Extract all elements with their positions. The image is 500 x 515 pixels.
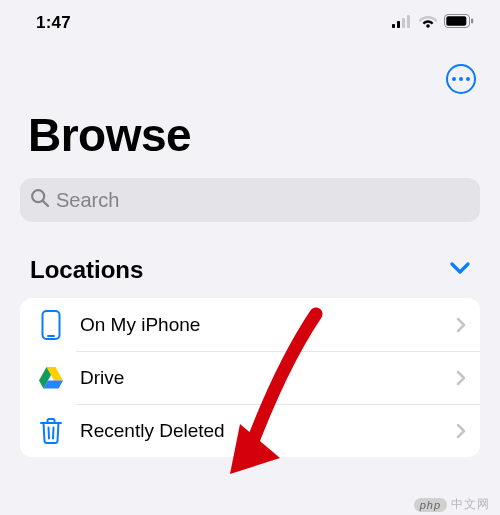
status-bar: 1:47 (0, 0, 500, 42)
list-item-label: Drive (80, 367, 456, 389)
more-button[interactable] (446, 64, 476, 94)
battery-icon (444, 14, 474, 32)
svg-rect-2 (402, 18, 405, 28)
iphone-icon (34, 310, 68, 340)
search-icon (30, 188, 50, 212)
locations-title: Locations (30, 256, 143, 284)
watermark: php 中文网 (414, 496, 490, 513)
list-item-recently-deleted[interactable]: Recently Deleted (20, 404, 480, 457)
svg-rect-3 (407, 15, 410, 28)
locations-section-header[interactable]: Locations (0, 222, 500, 296)
svg-rect-7 (471, 19, 473, 24)
chevron-down-icon (450, 261, 470, 279)
chevron-right-icon (456, 370, 466, 386)
svg-line-12 (49, 427, 50, 438)
cellular-icon (392, 14, 412, 32)
watermark-logo: php (414, 498, 447, 512)
page-title: Browse (0, 102, 500, 174)
wifi-icon (418, 14, 438, 32)
svg-rect-0 (392, 24, 395, 28)
list-item-on-my-iphone[interactable]: On My iPhone (20, 298, 480, 351)
svg-point-4 (426, 24, 430, 28)
svg-rect-10 (43, 311, 60, 339)
chevron-right-icon (456, 317, 466, 333)
chevron-right-icon (456, 423, 466, 439)
search-input[interactable]: Search (20, 178, 480, 222)
status-indicators (392, 14, 474, 32)
svg-rect-1 (397, 21, 400, 28)
search-placeholder: Search (56, 189, 119, 212)
list-item-label: Recently Deleted (80, 420, 456, 442)
svg-rect-6 (446, 16, 466, 25)
trash-icon (34, 417, 68, 445)
watermark-text: 中文网 (451, 496, 490, 513)
drive-icon (34, 366, 68, 390)
svg-line-9 (43, 201, 48, 206)
list-item-label: On My iPhone (80, 314, 456, 336)
list-item-drive[interactable]: Drive (20, 351, 480, 404)
status-time: 1:47 (36, 13, 71, 33)
top-actions (0, 42, 500, 102)
locations-list: On My iPhone Drive Recen (20, 298, 480, 457)
svg-line-13 (53, 427, 54, 438)
